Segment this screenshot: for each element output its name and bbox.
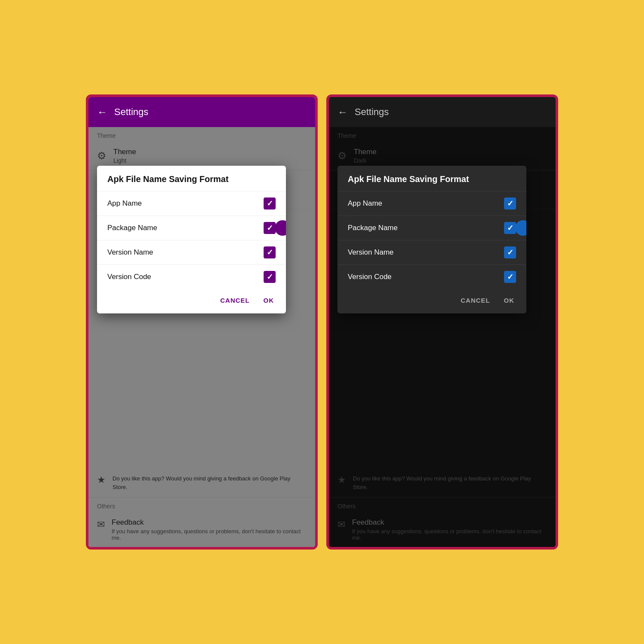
settings-content-dark: Theme ⚙ Theme Dark General A Apk File Na…: [329, 127, 556, 547]
floating-dot-dark: [515, 220, 526, 236]
dialog-row-appname-dark[interactable]: App Name ✓: [337, 191, 526, 216]
dialog-overlay-light: Apk File Name Saving Format App Name ✓ P…: [88, 127, 315, 547]
dialog-label-versioncode-light: Version Code: [107, 273, 151, 281]
checkmark-appname-light: ✓: [267, 199, 273, 208]
dialog-label-packagename-light: Package Name: [107, 224, 157, 232]
dialog-row-appname-light[interactable]: App Name ✓: [97, 191, 286, 216]
dialog-label-packagename-dark: Package Name: [348, 224, 398, 232]
back-arrow-dark[interactable]: ←: [337, 106, 348, 118]
dialog-dark: Apk File Name Saving Format App Name ✓ P…: [337, 166, 526, 313]
dialog-row-versioncode-dark[interactable]: Version Code ✓: [337, 264, 526, 289]
dialog-buttons-light: CANCEL OK: [97, 289, 286, 313]
dialog-label-versionname-light: Version Name: [107, 248, 153, 257]
phone-panel-dark: ← Settings Theme ⚙ Theme Dark General: [326, 94, 558, 550]
checkmark-packagename-dark: ✓: [507, 223, 513, 233]
toolbar-title-dark: Settings: [355, 106, 389, 118]
cancel-button-dark[interactable]: CANCEL: [459, 294, 492, 307]
checkmark-packagename-light: ✓: [267, 223, 273, 233]
dialog-row-packagename-light[interactable]: Package Name ✓: [97, 216, 286, 240]
dialog-row-versioncode-light[interactable]: Version Code ✓: [97, 264, 286, 289]
phone-panel-light: ← Settings Theme ⚙ Theme Light General: [86, 94, 318, 550]
toolbar-dark: ← Settings: [329, 97, 556, 127]
ok-button-dark[interactable]: OK: [502, 294, 516, 307]
toolbar-title-light: Settings: [114, 106, 149, 118]
checkmark-appname-dark: ✓: [507, 199, 513, 208]
dialog-label-versioncode-dark: Version Code: [348, 273, 392, 281]
back-arrow-light[interactable]: ←: [97, 106, 107, 118]
dialog-title-light: Apk File Name Saving Format: [97, 166, 286, 191]
dialog-light: Apk File Name Saving Format App Name ✓ P…: [97, 166, 286, 313]
toolbar-light: ← Settings: [88, 97, 315, 127]
dialog-label-appname-dark: App Name: [348, 199, 382, 208]
checkbox-appname-light[interactable]: ✓: [264, 197, 276, 210]
checkbox-packagename-light[interactable]: ✓: [264, 222, 276, 234]
checkmark-versioncode-light: ✓: [267, 272, 273, 282]
checkbox-packagename-dark[interactable]: ✓: [504, 222, 516, 234]
checkmark-versioncode-dark: ✓: [507, 272, 513, 282]
dialog-label-appname-light: App Name: [107, 199, 142, 208]
main-container: ← Settings Theme ⚙ Theme Light General: [0, 0, 644, 644]
checkbox-versionname-dark[interactable]: ✓: [504, 246, 516, 258]
checkmark-versionname-light: ✓: [267, 248, 273, 257]
checkbox-versionname-light[interactable]: ✓: [264, 246, 276, 258]
dialog-buttons-dark: CANCEL OK: [337, 289, 526, 313]
checkbox-appname-dark[interactable]: ✓: [504, 197, 516, 210]
dialog-label-versionname-dark: Version Name: [348, 248, 394, 257]
checkbox-versioncode-light[interactable]: ✓: [264, 271, 276, 283]
floating-dot-light: [275, 220, 286, 236]
dialog-row-versionname-light[interactable]: Version Name ✓: [97, 240, 286, 264]
settings-content-light: Theme ⚙ Theme Light General A Apk File N…: [88, 127, 315, 547]
dialog-title-dark: Apk File Name Saving Format: [337, 166, 526, 191]
dialog-overlay-dark: Apk File Name Saving Format App Name ✓ P…: [329, 127, 556, 547]
checkbox-versioncode-dark[interactable]: ✓: [504, 271, 516, 283]
cancel-button-light[interactable]: CANCEL: [219, 294, 252, 307]
dialog-row-packagename-dark[interactable]: Package Name ✓: [337, 216, 526, 240]
ok-button-light[interactable]: OK: [262, 294, 276, 307]
checkmark-versionname-dark: ✓: [507, 248, 513, 257]
dialog-row-versionname-dark[interactable]: Version Name ✓: [337, 240, 526, 264]
